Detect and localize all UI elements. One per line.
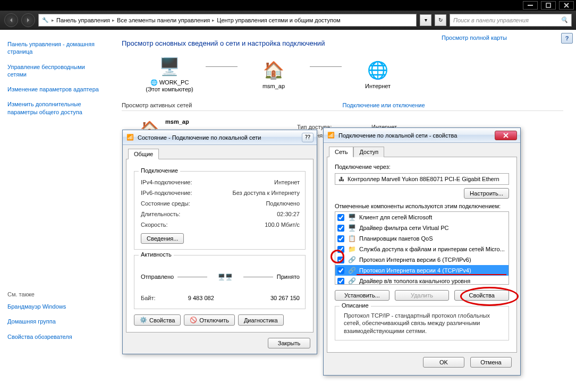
breadcrumb[interactable]: Центр управления сетями и общим доступом	[217, 17, 340, 23]
dialog-titlebar[interactable]: 📶 Подключение по локальной сети - свойст…	[324, 128, 520, 143]
checkbox[interactable]	[337, 278, 344, 285]
annotation-underline	[357, 274, 506, 275]
diagnostics-button[interactable]: Диагностика	[238, 314, 284, 326]
remove-button: Удалить	[395, 290, 450, 301]
stat-value: Интернет	[274, 179, 300, 185]
list-item: 📋Планировщик пакетов QoS	[335, 233, 509, 244]
group-title: Подключение	[139, 167, 180, 174]
breadcrumb[interactable]: Все элементы панели управления	[117, 17, 210, 23]
node-label: Интернет	[346, 83, 410, 89]
properties-button[interactable]: ⚙️Свойства	[134, 314, 181, 326]
checkbox[interactable]	[337, 267, 344, 274]
address-bar[interactable]: 🔧 ▸ Панель управления ▸ Все элементы пан…	[38, 14, 417, 27]
tab-general[interactable]: Общие	[128, 149, 159, 159]
install-button[interactable]: Установить...	[335, 290, 389, 301]
activity-group: Активность Отправлено 🖥️🖥️ Принято Байт:…	[134, 255, 306, 309]
stat-value: Без доступа к Интернету	[232, 190, 300, 196]
full-map-link[interactable]: Просмотр полной карты	[442, 35, 507, 98]
network-icon: 📶	[327, 131, 335, 140]
dialog-title: Состояние - Подключение по локальной сет…	[138, 134, 261, 141]
breadcrumb[interactable]: Панель управления	[56, 17, 110, 23]
item-label: Клиент для сетей Microsoft	[359, 214, 432, 220]
close-button[interactable]: Закрыть	[268, 338, 310, 348]
node-sublabel: (Этот компьютер)	[138, 86, 201, 92]
dialog-titlebar[interactable]: 📶 Состояние - Подключение по локальной с…	[123, 130, 317, 145]
ok-button[interactable]: OK	[423, 357, 464, 368]
components-label: Отмеченные компоненты используются этим …	[335, 203, 509, 209]
description-text: Протокол TCP/IP - стандартный протокол г…	[342, 312, 503, 335]
protocol-icon: 🔗	[348, 255, 356, 264]
group-title: Описание	[340, 302, 371, 309]
stat-label: IPv4-подключение:	[141, 179, 192, 185]
sidebar-link-homegroup[interactable]: Домашняя группа	[7, 318, 101, 325]
list-item: 🔗Драйвер в/в тополога канального уровня	[335, 276, 509, 285]
minimize-button[interactable]	[523, 1, 538, 10]
disable-button[interactable]: 🚫Отключить	[184, 314, 235, 326]
sidebar-link-sharing[interactable]: Изменить дополнительные параметры общего…	[7, 100, 101, 116]
forward-button[interactable]	[21, 13, 35, 27]
dialog-close-button[interactable]	[495, 131, 517, 140]
connect-disconnect-link[interactable]: Подключение или отключение	[343, 102, 564, 111]
active-networks-label: Просмотр активных сетей	[122, 102, 343, 111]
connect-via-label: Подключение через:	[335, 164, 509, 170]
refresh-button[interactable]: ↻	[435, 14, 446, 26]
checkbox[interactable]	[337, 235, 344, 242]
scheduler-icon: 📋	[348, 234, 356, 243]
cancel-button[interactable]: Отмена	[470, 357, 512, 368]
checkbox[interactable]	[337, 225, 344, 232]
network-node-internet: 🌐 Интернет	[346, 59, 410, 89]
network-node-router: 🏠 msm_ap	[242, 59, 306, 89]
node-label: 🌐 WORK_PC	[138, 79, 201, 86]
gear-icon: ⚙️	[140, 317, 147, 323]
disable-icon: 🚫	[190, 317, 197, 323]
list-item: 📁Служба доступа к файлам и принтерам сет…	[335, 244, 509, 254]
item-label: Служба доступа к файлам и принтерам сете…	[359, 246, 505, 252]
tab-network[interactable]: Сеть	[329, 147, 353, 157]
stat-value: Подключено	[266, 200, 300, 207]
globe-icon: 🌐	[365, 59, 391, 81]
item-label: Планировщик пакетов QoS	[359, 235, 433, 242]
annotation-ellipse	[460, 287, 519, 306]
sidebar-link-adapter[interactable]: Изменение параметров адаптера	[7, 86, 101, 93]
sidebar-link-firewall[interactable]: Брандмауэр Windows	[7, 303, 101, 310]
sidebar-home[interactable]: Панель управления - домашняя страница	[7, 40, 101, 56]
tabs: Общие	[126, 148, 314, 159]
adapter-name: Контроллер Marvell Yukon 88E8071 PCI-E G…	[348, 176, 499, 182]
driver-icon: 🔗	[348, 277, 356, 285]
item-label: Драйвер в/в тополога канального уровня	[359, 278, 470, 284]
maximize-button[interactable]	[541, 1, 556, 10]
back-button[interactable]	[4, 13, 18, 27]
bytes-label: Байт:	[141, 295, 156, 301]
node-label: msm_ap	[242, 83, 306, 89]
address-dropdown[interactable]: ▾	[420, 14, 431, 26]
stat-value: 100.0 Мбит/с	[265, 221, 300, 228]
configure-button[interactable]: Настроить...	[464, 188, 509, 199]
details-button[interactable]: Сведения...	[141, 233, 184, 244]
service-icon: 📁	[348, 245, 356, 253]
connection-line	[310, 66, 342, 67]
status-dialog: 📶 Состояние - Подключение по локальной с…	[122, 130, 317, 354]
tab-access[interactable]: Доступ	[353, 147, 384, 157]
sidebar-link-browser-props[interactable]: Свойства обозревателя	[7, 333, 101, 340]
computer-icon: 🖥️	[157, 56, 182, 77]
search-icon: 🔍	[561, 16, 568, 23]
components-list[interactable]: 🖥️Клиент для сетей Microsoft 🖥️Драйвер ф…	[335, 211, 509, 285]
chevron-icon: ▸	[50, 18, 55, 23]
explorer-toolbar: 🔧 ▸ Панель управления ▸ Все элементы пан…	[0, 11, 576, 30]
house-icon: 🏠	[261, 59, 286, 81]
dialog-help-button[interactable]: ⁇	[302, 133, 314, 142]
annotation-circle	[331, 250, 344, 263]
chevron-icon: ▸	[111, 18, 116, 23]
stat-label: Длительность:	[141, 211, 180, 217]
dialog-title: Подключение по локальной сети - свойства	[338, 132, 457, 139]
properties-dialog: 📶 Подключение по локальной сети - свойст…	[323, 127, 521, 376]
tab-pane: Подключение IPv4-подключение:Интернет IP…	[126, 159, 314, 333]
client-icon: 🖥️	[348, 213, 356, 221]
close-button[interactable]	[559, 1, 574, 10]
sidebar-link-wireless[interactable]: Управление беспроводными сетями	[7, 63, 101, 79]
checkbox[interactable]	[337, 214, 344, 221]
search-input[interactable]: Поиск в панели управления 🔍	[450, 14, 572, 27]
list-item-selected: 🔗Протокол Интернета версии 4 (TCP/IPv4)	[335, 265, 509, 276]
monitors-icon: 🖥️🖥️	[211, 265, 240, 288]
sent-label: Отправлено	[141, 274, 174, 280]
